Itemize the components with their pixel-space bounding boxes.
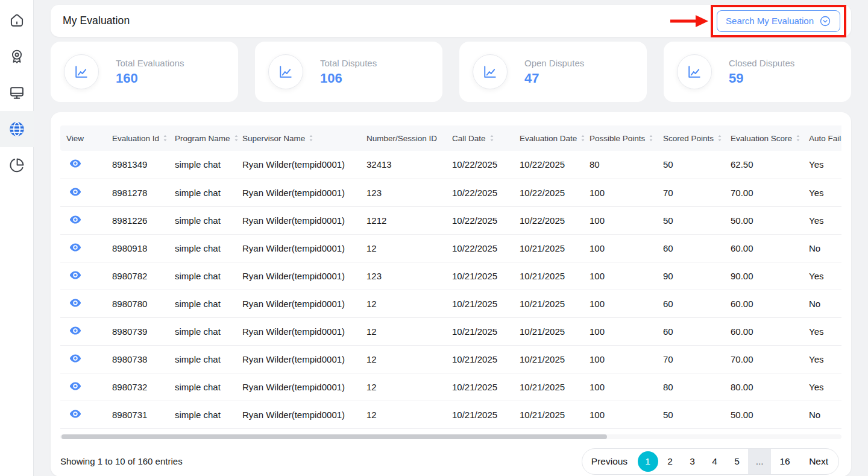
view-eye-icon[interactable] [69,324,82,337]
view-cell [60,206,102,234]
cell-session-id: 12 [357,290,442,317]
cell-call-date: 10/21/2025 [442,290,510,317]
cell-evaluation-id: 8980732 [102,373,165,401]
column-header[interactable]: Possible Points [580,125,653,151]
sidebar-item-monitor[interactable] [0,75,34,111]
cell-evaluation-score: 60.00 [721,317,799,345]
cell-scored-points: 60 [653,234,721,262]
column-header[interactable]: Program Name [165,125,233,151]
cell-auto-failure: Yes [799,262,841,290]
view-eye-icon[interactable] [69,157,82,170]
column-header-label: Evaluation Date [520,134,577,143]
sort-icon[interactable] [649,134,653,142]
next-button[interactable]: Next [799,448,838,475]
certificate-badge-icon [8,48,25,65]
horizontal-scrollbar-thumb[interactable] [61,434,607,439]
sidebar-item-pie-chart[interactable] [0,147,34,183]
cell-evaluation-id: 8980731 [102,401,165,428]
sort-icon[interactable] [796,134,800,142]
view-eye-icon[interactable] [69,407,82,420]
sort-icon[interactable] [489,134,494,142]
sidebar-item-badge[interactable] [0,39,34,75]
stat-value: 160 [116,71,184,86]
view-eye-icon[interactable] [69,185,82,198]
column-header: Number/Session ID [357,125,442,151]
cell-call-date: 10/21/2025 [442,317,510,345]
cell-auto-failure: No [799,234,841,262]
cell-evaluation-date: 10/22/2025 [510,206,580,234]
cell-program-name: simple chat [165,345,233,373]
cell-session-id: 1212 [357,206,442,234]
page-button-4[interactable]: 4 [703,448,726,475]
table-scroll-area: ViewEvaluation IdProgram NameSupervisor … [60,125,841,429]
view-eye-icon[interactable] [69,352,82,365]
cell-evaluation-id: 8981349 [102,151,165,179]
page-button-16[interactable]: 16 [771,448,799,475]
column-header-label: Call Date [452,134,486,143]
cell-auto-failure: Yes [799,317,841,345]
search-my-evaluation-button[interactable]: Search My Evaluation [717,10,840,32]
column-header[interactable]: Evaluation Score [721,125,799,151]
view-cell [60,234,102,262]
sort-icon[interactable] [309,134,313,142]
cell-evaluation-score: 70.00 [721,179,799,206]
cell-auto-failure: No [799,290,841,317]
cell-session-id: 12 [357,234,442,262]
sidebar [0,0,34,476]
cell-evaluation-id: 8980780 [102,290,165,317]
chart-line-icon [268,54,303,89]
annotation-wrap: Search My Evaluation [668,5,846,37]
cell-evaluation-score: 62.50 [721,151,799,179]
column-header[interactable]: Evaluation Id [102,125,165,151]
sort-icon[interactable] [580,134,585,142]
sidebar-item-globe[interactable] [0,111,34,147]
view-eye-icon[interactable] [69,296,82,309]
cell-session-id: 123 [357,262,442,290]
view-cell [60,401,102,428]
column-header[interactable]: Evaluation Date [510,125,580,151]
stat-card: Total Evaluations160 [51,42,238,102]
page-header: My Evaluation Search My Evaluation [51,5,851,37]
column-header[interactable]: Supervisor Name [233,125,357,151]
cell-program-name: simple chat [165,151,233,179]
page-button-2[interactable]: 2 [659,448,681,475]
column-header: View [60,125,102,151]
cell-call-date: 10/22/2025 [442,206,510,234]
cell-possible-points: 80 [580,151,653,179]
sort-icon[interactable] [717,134,722,142]
stat-text: Closed Disputes59 [729,58,794,86]
view-eye-icon[interactable] [69,268,82,282]
cell-scored-points: 70 [653,345,721,373]
view-eye-icon[interactable] [69,213,82,226]
column-header[interactable]: Scored Points [653,125,721,151]
sort-icon[interactable] [234,134,239,142]
page-button-1[interactable]: 1 [637,448,659,475]
page-button-5[interactable]: 5 [726,448,748,475]
view-cell [60,179,102,206]
page-button-3[interactable]: 3 [681,448,703,475]
cell-evaluation-id: 8981226 [102,206,165,234]
cell-supervisor-name: Ryan Wilder(tempid0001) [233,317,357,345]
cell-evaluation-date: 10/21/2025 [510,345,580,373]
horizontal-scrollbar-track[interactable] [60,434,841,439]
cell-scored-points: 50 [653,206,721,234]
cell-possible-points: 100 [580,317,653,345]
view-eye-icon[interactable] [69,241,82,254]
search-button-label: Search My Evaluation [726,16,814,26]
cell-program-name: simple chat [165,317,233,345]
view-cell [60,290,102,317]
cell-evaluation-date: 10/21/2025 [510,317,580,345]
cell-scored-points: 70 [653,179,721,206]
column-header[interactable]: Call Date [442,125,510,151]
cell-session-id: 12 [357,345,442,373]
view-eye-icon[interactable] [69,379,82,393]
sidebar-item-home[interactable] [0,2,34,39]
table-row: 8980782simple chatRyan Wilder(tempid0001… [60,262,841,290]
column-header-label: Scored Points [663,134,714,143]
cell-evaluation-date: 10/21/2025 [510,290,580,317]
cell-evaluation-id: 8980918 [102,234,165,262]
cell-supervisor-name: Ryan Wilder(tempid0001) [233,234,357,262]
entries-summary: Showing 1 to 10 of 160 entries [60,456,183,466]
previous-button[interactable]: Previous [582,448,637,475]
sort-icon[interactable] [163,134,168,142]
